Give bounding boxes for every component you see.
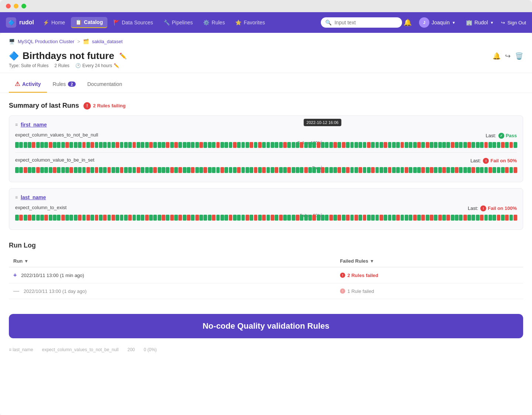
search-box: 🔍 bbox=[321, 17, 402, 28]
tab-documentation[interactable]: Documentation bbox=[82, 77, 128, 92]
failed-col-header: Failed Rules ▼ bbox=[336, 255, 523, 267]
fail-status-1: ! Fail on 50% bbox=[483, 158, 517, 164]
summary-title: Summary of last Runs bbox=[9, 102, 79, 110]
tab-rules-label: Rules bbox=[53, 81, 66, 87]
rules-count-meta: 2 Rules bbox=[54, 63, 69, 68]
ghost-col3: 200 bbox=[127, 347, 135, 352]
failed-filter-icon[interactable]: ▼ bbox=[370, 259, 374, 264]
ghost-col1: ≡ last_name bbox=[9, 347, 33, 352]
fail-icon-1: ! bbox=[483, 158, 489, 164]
tab-rules-badge: 2 bbox=[68, 82, 75, 87]
page-header-actions: 🔔 ↪ 🗑️ bbox=[492, 52, 523, 60]
bar-chart-2 bbox=[15, 213, 517, 221]
divider-0 bbox=[15, 152, 517, 153]
catalog-icon: 📋 bbox=[75, 19, 82, 25]
rule-first-name-link[interactable]: first_name bbox=[21, 122, 47, 128]
nav-pipelines[interactable]: 🔧 Pipelines bbox=[159, 17, 198, 28]
page-header: 🔷 Birthdays not future ✏️ 🔔 ↪ 🗑️ Type: S… bbox=[0, 47, 532, 73]
bar-chart-1 bbox=[15, 166, 517, 173]
user-name: Joaquin bbox=[432, 20, 450, 25]
rule-last-name-link[interactable]: last_name bbox=[21, 194, 46, 200]
tab-rules[interactable]: Rules 2 bbox=[47, 77, 82, 92]
collapse-icon-2[interactable]: — bbox=[13, 288, 19, 294]
summary-header: Summary of last Runs ! 2 Rules failing bbox=[9, 102, 523, 110]
expectation-in-set-last: Last: ! Fail on 50% bbox=[470, 158, 517, 164]
org-icon: 🏢 bbox=[466, 20, 472, 25]
page-title-text: Birthdays not future bbox=[23, 50, 114, 62]
navbar: 🔷 rudol ⚡ Home 📋 Catalog 🚩 Data Sources … bbox=[0, 12, 532, 33]
user-menu[interactable]: J Joaquin ▼ bbox=[416, 16, 459, 29]
sign-out-button[interactable]: ↪ Sign Out bbox=[501, 20, 526, 25]
nav-rules[interactable]: ⚙️ Rules bbox=[199, 17, 229, 28]
main-content: 🖥️ MySQL Production Cluster > 🗂️ sakila_… bbox=[0, 33, 532, 415]
nav-catalog-label: Catalog bbox=[84, 19, 103, 25]
close-dot[interactable] bbox=[6, 4, 11, 8]
delete-icon[interactable]: 🗑️ bbox=[515, 52, 523, 60]
nav-catalog[interactable]: 📋 Catalog bbox=[71, 17, 107, 28]
run-row-1-date: 2022/10/11 13:00 (1 min ago) bbox=[21, 273, 84, 278]
table-row: + 2022/10/11 13:00 (1 min ago) ! 2 Rules… bbox=[9, 267, 523, 283]
expectation-in-set: expect_columon_value_to_be_in_set Last: … bbox=[15, 157, 517, 173]
chart-wrapper-1: Pass bbox=[15, 166, 517, 173]
rules-icon: ⚙️ bbox=[203, 20, 209, 25]
expectation-exist-last: Last: ! Fail on 100% bbox=[468, 205, 517, 211]
expectation-in-set-name: expect_columon_value_to_be_in_set bbox=[15, 157, 95, 163]
schedule-edit-icon[interactable]: ✏️ bbox=[114, 63, 119, 68]
org-menu[interactable]: 🏢 Rudol ▼ bbox=[463, 18, 497, 27]
columns-icon: ≡ bbox=[15, 122, 18, 127]
expectation-exist-name: expect_column_to_exist bbox=[15, 205, 66, 210]
tab-documentation-label: Documentation bbox=[87, 81, 122, 87]
window-chrome bbox=[0, 0, 532, 12]
run-row-1-failed: ! 2 Rules failed bbox=[336, 267, 523, 283]
ghost-col2: expect_column_values_to_not_be_null bbox=[42, 347, 119, 352]
run-log-header-row: Run ▼ Failed Rules ▼ bbox=[9, 255, 523, 267]
nav-data-sources-label: Data Sources bbox=[122, 20, 153, 25]
breadcrumb-parent-link[interactable]: MySQL Production Cluster bbox=[18, 39, 74, 44]
pipelines-icon: 🔧 bbox=[164, 20, 170, 25]
rule-card-last-name: ≡ last_name expect_column_to_exist Last:… bbox=[9, 188, 523, 230]
expectation-not-null-last: Last: ✓ Pass bbox=[485, 133, 517, 139]
expand-icon-1[interactable]: + bbox=[13, 272, 17, 279]
columns-icon-2: ≡ bbox=[15, 195, 18, 200]
minimize-dot[interactable] bbox=[14, 4, 18, 8]
failed-count-2: 1 Rule failed bbox=[347, 288, 374, 294]
share-icon[interactable]: ↪ bbox=[505, 52, 511, 60]
org-chevron-icon: ▼ bbox=[490, 21, 494, 25]
bell-action-icon[interactable]: 🔔 bbox=[492, 52, 501, 60]
expectation-exist: expect_column_to_exist Last: ! Fail on 1… bbox=[15, 205, 517, 221]
breadcrumb-db-icon: 🖥️ bbox=[9, 39, 15, 44]
content-area: Summary of last Runs ! 2 Rules failing 2… bbox=[0, 93, 532, 308]
pass-status-0: ✓ Pass bbox=[498, 133, 517, 139]
nav-right: 🔔 J Joaquin ▼ 🏢 Rudol ▼ ↪ Sign Out bbox=[404, 16, 526, 29]
page-title-icon: 🔷 bbox=[9, 51, 19, 61]
search-icon: 🔍 bbox=[325, 20, 332, 25]
chevron-down-icon: ▼ bbox=[452, 21, 456, 25]
run-row-2-failed: ! 1 Rule failed bbox=[336, 283, 523, 299]
run-row-1-expand: + 2022/10/11 13:00 (1 min ago) bbox=[9, 267, 336, 283]
nav-data-sources[interactable]: 🚩 Data Sources bbox=[109, 17, 158, 28]
tab-activity-label: Activity bbox=[22, 81, 41, 87]
nav-logo[interactable]: 🔷 rudol bbox=[6, 17, 34, 28]
tab-activity[interactable]: ⚠ Activity bbox=[9, 76, 47, 93]
breadcrumb-child-link[interactable]: sakila_dataset bbox=[92, 39, 123, 44]
failed-dot-1: ! bbox=[340, 273, 345, 278]
table-row: — 2022/10/11 13:00 (1 day ago) ! 1 Rule … bbox=[9, 283, 523, 299]
maximize-dot[interactable] bbox=[21, 4, 26, 8]
last-label-1: Last: bbox=[470, 158, 481, 163]
last-status-2: Fail on 100% bbox=[488, 205, 517, 211]
nav-favorites-label: Favorites bbox=[244, 20, 265, 25]
nav-home[interactable]: ⚡ Home bbox=[38, 17, 69, 28]
run-log-table: Run ▼ Failed Rules ▼ bbox=[9, 255, 523, 299]
run-col-header: Run ▼ bbox=[9, 255, 336, 267]
nav-favorites[interactable]: ⭐ Favorites bbox=[231, 17, 270, 28]
bell-icon[interactable]: 🔔 bbox=[404, 18, 412, 27]
failing-label: 2 Rules failing bbox=[93, 103, 126, 108]
last-status-0: Pass bbox=[506, 133, 517, 138]
run-log-section: Run Log Run ▼ Failed Rules bbox=[9, 242, 523, 299]
tabs: ⚠ Activity Rules 2 Documentation bbox=[0, 76, 532, 93]
title-edit-icon[interactable]: ✏️ bbox=[119, 52, 127, 59]
sign-out-label: Sign Out bbox=[507, 20, 526, 25]
failing-icon: ! bbox=[83, 102, 91, 110]
run-filter-icon[interactable]: ▼ bbox=[24, 259, 28, 264]
search-input[interactable] bbox=[334, 20, 398, 25]
